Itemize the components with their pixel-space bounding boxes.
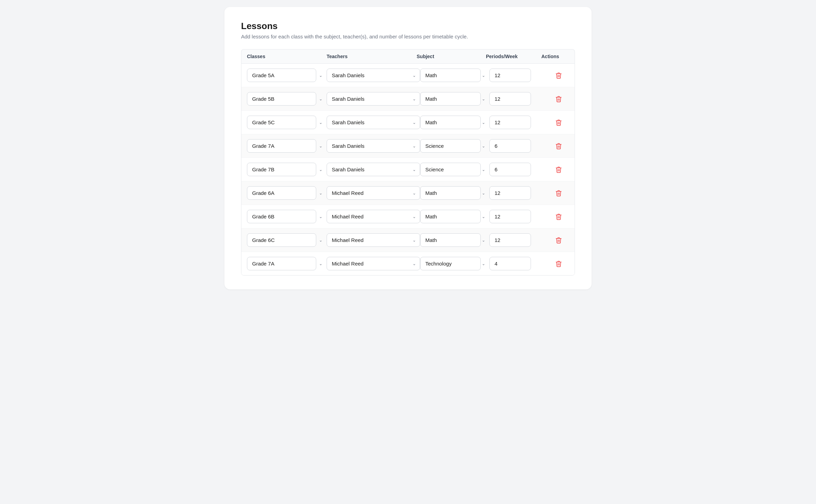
teacher-select-0[interactable]: Sarah DanielsMichael Reed <box>327 69 420 82</box>
periods-input-6[interactable] <box>489 210 531 223</box>
subject-select-wrapper-4: MathScienceTechnologyEnglishHistory⌄ <box>420 163 489 176</box>
subject-select-3[interactable]: MathScienceTechnologyEnglishHistory <box>420 139 481 153</box>
subject-select-8[interactable]: MathScienceTechnologyEnglishHistory <box>420 257 481 270</box>
class-select-5[interactable]: Grade 5AGrade 5BGrade 5CGrade 6AGrade 6B… <box>247 186 316 200</box>
delete-button-7[interactable] <box>553 235 564 246</box>
class-select-3[interactable]: Grade 5AGrade 5BGrade 5CGrade 6AGrade 6B… <box>247 139 316 153</box>
class-select-8[interactable]: Grade 5AGrade 5BGrade 5CGrade 6AGrade 6B… <box>247 257 316 270</box>
delete-button-2[interactable] <box>553 117 564 128</box>
chevron-down-icon: ⌄ <box>319 238 322 243</box>
teacher-select-wrapper-7: Sarah DanielsMichael Reed⌄ <box>327 233 420 247</box>
teacher-select-wrapper-2: Sarah DanielsMichael Reed⌄ <box>327 116 420 129</box>
teacher-select-7[interactable]: Sarah DanielsMichael Reed <box>327 233 420 247</box>
trash-icon <box>555 190 562 197</box>
chevron-down-icon: ⌄ <box>482 191 485 196</box>
class-select-wrapper-2: Grade 5AGrade 5BGrade 5CGrade 6AGrade 6B… <box>247 116 327 129</box>
chevron-down-icon: ⌄ <box>319 144 322 148</box>
chevron-down-icon: ⌄ <box>319 73 322 78</box>
delete-button-3[interactable] <box>553 141 564 152</box>
subject-select-4[interactable]: MathScienceTechnologyEnglishHistory <box>420 163 481 176</box>
teacher-select-6[interactable]: Sarah DanielsMichael Reed <box>327 210 420 223</box>
class-select-4[interactable]: Grade 5AGrade 5BGrade 5CGrade 6AGrade 6B… <box>247 163 316 176</box>
subject-select-wrapper-8: MathScienceTechnologyEnglishHistory⌄ <box>420 257 489 270</box>
subject-select-7[interactable]: MathScienceTechnologyEnglishHistory <box>420 233 481 247</box>
trash-icon <box>555 260 562 267</box>
delete-button-4[interactable] <box>553 164 564 175</box>
class-select-wrapper-4: Grade 5AGrade 5BGrade 5CGrade 6AGrade 6B… <box>247 163 327 176</box>
class-select-wrapper-8: Grade 5AGrade 5BGrade 5CGrade 6AGrade 6B… <box>247 257 327 270</box>
periods-input-2[interactable] <box>489 116 531 129</box>
trash-icon <box>555 119 562 126</box>
teacher-select-8[interactable]: Sarah DanielsMichael Reed <box>327 257 420 270</box>
subject-select-wrapper-2: MathScienceTechnologyEnglishHistory⌄ <box>420 116 489 129</box>
table-row: Grade 5AGrade 5BGrade 5CGrade 6AGrade 6B… <box>241 158 575 181</box>
periods-input-5[interactable] <box>489 186 531 200</box>
subject-select-wrapper-3: MathScienceTechnologyEnglishHistory⌄ <box>420 139 489 153</box>
table-row: Grade 5AGrade 5BGrade 5CGrade 6AGrade 6B… <box>241 111 575 134</box>
chevron-down-icon: ⌄ <box>482 120 485 125</box>
subject-select-6[interactable]: MathScienceTechnologyEnglishHistory <box>420 210 481 223</box>
subject-select-wrapper-6: MathScienceTechnologyEnglishHistory⌄ <box>420 210 489 223</box>
class-select-wrapper-1: Grade 5AGrade 5BGrade 5CGrade 6AGrade 6B… <box>247 92 327 106</box>
chevron-down-icon: ⌄ <box>482 144 485 148</box>
teacher-select-wrapper-0: Sarah DanielsMichael Reed⌄ <box>327 69 420 82</box>
chevron-down-icon: ⌄ <box>482 238 485 243</box>
class-select-7[interactable]: Grade 5AGrade 5BGrade 5CGrade 6AGrade 6B… <box>247 233 316 247</box>
teacher-select-wrapper-4: Sarah DanielsMichael Reed⌄ <box>327 163 420 176</box>
actions-cell-5 <box>545 188 573 199</box>
actions-cell-6 <box>545 211 573 222</box>
table-row: Grade 5AGrade 5BGrade 5CGrade 6AGrade 6B… <box>241 228 575 252</box>
teacher-select-2[interactable]: Sarah DanielsMichael Reed <box>327 116 420 129</box>
header-actions: Actions <box>541 54 569 59</box>
actions-cell-0 <box>545 70 573 81</box>
teacher-select-wrapper-8: Sarah DanielsMichael Reed⌄ <box>327 257 420 270</box>
chevron-down-icon: ⌄ <box>482 97 485 101</box>
delete-button-0[interactable] <box>553 70 564 81</box>
teacher-select-3[interactable]: Sarah DanielsMichael Reed <box>327 139 420 153</box>
teacher-select-wrapper-5: Sarah DanielsMichael Reed⌄ <box>327 186 420 200</box>
subject-select-2[interactable]: MathScienceTechnologyEnglishHistory <box>420 116 481 129</box>
page-title: Lessons <box>241 21 575 32</box>
subject-select-wrapper-0: MathScienceTechnologyEnglishHistory⌄ <box>420 69 489 82</box>
class-select-wrapper-6: Grade 5AGrade 5BGrade 5CGrade 6AGrade 6B… <box>247 210 327 223</box>
subject-select-wrapper-7: MathScienceTechnologyEnglishHistory⌄ <box>420 233 489 247</box>
actions-cell-7 <box>545 235 573 246</box>
table-row: Grade 5AGrade 5BGrade 5CGrade 6AGrade 6B… <box>241 205 575 228</box>
delete-button-6[interactable] <box>553 211 564 222</box>
trash-icon <box>555 143 562 150</box>
table-row: Grade 5AGrade 5BGrade 5CGrade 6AGrade 6B… <box>241 252 575 275</box>
trash-icon <box>555 166 562 173</box>
header-periods: Periods/Week <box>486 54 541 59</box>
class-select-1[interactable]: Grade 5AGrade 5BGrade 5CGrade 6AGrade 6B… <box>247 92 316 106</box>
class-select-wrapper-5: Grade 5AGrade 5BGrade 5CGrade 6AGrade 6B… <box>247 186 327 200</box>
class-select-6[interactable]: Grade 5AGrade 5BGrade 5CGrade 6AGrade 6B… <box>247 210 316 223</box>
class-select-wrapper-3: Grade 5AGrade 5BGrade 5CGrade 6AGrade 6B… <box>247 139 327 153</box>
periods-input-7[interactable] <box>489 233 531 247</box>
teacher-select-4[interactable]: Sarah DanielsMichael Reed <box>327 163 420 176</box>
table-row: Grade 5AGrade 5BGrade 5CGrade 6AGrade 6B… <box>241 181 575 205</box>
subject-select-1[interactable]: MathScienceTechnologyEnglishHistory <box>420 92 481 106</box>
chevron-down-icon: ⌄ <box>319 167 322 172</box>
class-select-2[interactable]: Grade 5AGrade 5BGrade 5CGrade 6AGrade 6B… <box>247 116 316 129</box>
delete-button-8[interactable] <box>553 258 564 269</box>
delete-button-5[interactable] <box>553 188 564 199</box>
periods-input-1[interactable] <box>489 92 531 106</box>
class-select-0[interactable]: Grade 5AGrade 5BGrade 5CGrade 6AGrade 6B… <box>247 69 316 82</box>
class-select-wrapper-7: Grade 5AGrade 5BGrade 5CGrade 6AGrade 6B… <box>247 233 327 247</box>
periods-input-4[interactable] <box>489 163 531 176</box>
teacher-select-1[interactable]: Sarah DanielsMichael Reed <box>327 92 420 106</box>
chevron-down-icon: ⌄ <box>482 214 485 219</box>
subject-select-wrapper-1: MathScienceTechnologyEnglishHistory⌄ <box>420 92 489 106</box>
actions-cell-2 <box>545 117 573 128</box>
subject-select-wrapper-5: MathScienceTechnologyEnglishHistory⌄ <box>420 186 489 200</box>
header-classes: Classes <box>247 54 327 59</box>
lessons-card: Lessons Add lessons for each class with … <box>224 7 592 289</box>
periods-input-8[interactable] <box>489 257 531 270</box>
subject-select-0[interactable]: MathScienceTechnologyEnglishHistory <box>420 69 481 82</box>
subject-select-5[interactable]: MathScienceTechnologyEnglishHistory <box>420 186 481 200</box>
teacher-select-5[interactable]: Sarah DanielsMichael Reed <box>327 186 420 200</box>
periods-input-0[interactable] <box>489 69 531 82</box>
periods-input-3[interactable] <box>489 139 531 153</box>
table-body: Grade 5AGrade 5BGrade 5CGrade 6AGrade 6B… <box>241 63 575 276</box>
delete-button-1[interactable] <box>553 93 564 105</box>
